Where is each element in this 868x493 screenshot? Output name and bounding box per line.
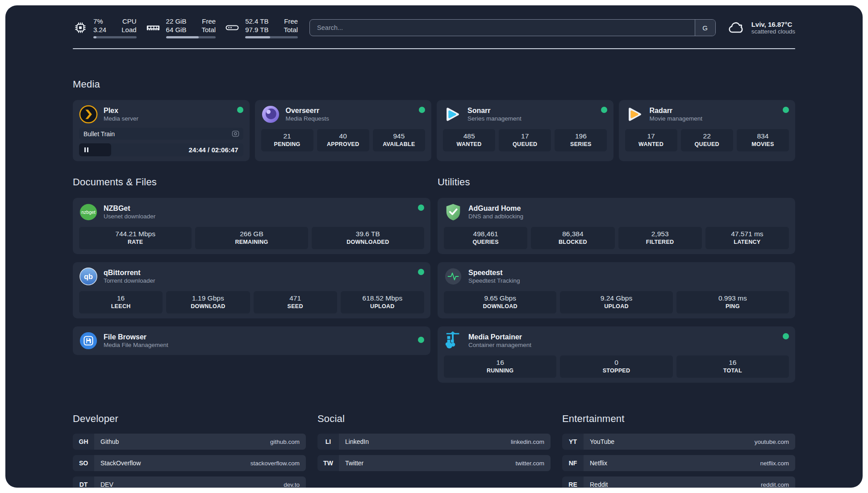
dashboard-app: 7% 3.24 CPU Load [5,5,863,488]
link-linkedin[interactable]: LI LinkedIn linkedin.com [317,434,551,450]
link-abbr: NF [562,455,584,471]
plex-card[interactable]: Plex Media server Bullet Train [73,100,250,161]
stat-pill: 498,461 QUERIES [444,227,527,249]
status-dot [418,269,424,275]
ram-free: 22 GiB [166,17,187,25]
ram-free-label: Free [201,17,216,25]
adguard-card[interactable]: AdGuard Home DNS and adblocking 498,461 … [438,198,795,254]
section-title-documents: Documents & Files [73,176,430,188]
stat-pill: 17 QUEUED [499,129,551,151]
radarr-icon [625,105,644,124]
cpu-icon [73,20,88,35]
overseerr-card[interactable]: Overseerr Media Requests 21 PENDING 40 A… [255,100,432,161]
app-desc: Movie management [650,115,703,123]
disk-progress-bar [245,36,298,38]
now-playing-title: Bullet Train [83,130,232,138]
stat-pill: 47.571 ms LATENCY [705,227,789,249]
app-desc: Speedtest Tracking [468,277,520,285]
ram-total-label: Total [201,25,216,34]
link-stackoverflow[interactable]: SO StackOverflow stackoverflow.com [73,455,306,471]
link-netflix[interactable]: NF Netflix netflix.com [562,455,795,471]
qbittorrent-icon: qb [79,267,98,286]
link-twitter[interactable]: TW Twitter twitter.com [317,455,551,471]
app-name: Sonarr [467,106,522,115]
disk-total: 97.9 TB [245,25,268,34]
app-desc: Media File Management [104,342,168,349]
stat-pill: 1.19 Gbps DOWNLOAD [166,291,250,313]
stat-pill: 39.6 TB DOWNLOADED [312,227,424,249]
nzbget-icon: nzbget [79,203,98,221]
status-dot [783,107,789,113]
link-youtube[interactable]: YT YouTube youtube.com [562,434,795,450]
speedtest-card[interactable]: Speedtest Speedtest Tracking 9.65 Gbps D… [438,262,795,318]
cpu-load-avg: 3.24 [93,25,106,34]
stat-pill: 0 STOPPED [560,355,672,378]
nzbget-card[interactable]: nzbget NZBGet Usenet downloader 74 [73,198,430,254]
app-name: Media Portainer [468,333,531,342]
stat-pill: 0.993 ms PING [676,291,789,313]
filebrowser-icon [79,331,98,350]
status-dot [418,337,424,343]
disk-total-label: Total [284,25,298,34]
app-name: Overseerr [286,106,330,115]
cpu-stat: 7% 3.24 CPU Load [73,17,137,38]
disk-stat: 52.4 TB 97.9 TB Free Total [225,17,298,38]
ram-stat: 22 GiB 64 GiB Free Total [146,17,216,38]
stat-pill: 2,953 FILTERED [618,227,702,249]
link-abbr: SO [73,455,94,471]
search-engine-button[interactable]: G [695,20,715,36]
link-abbr: DT [73,476,94,488]
app-name: Radarr [650,106,703,115]
app-name: AdGuard Home [468,204,523,213]
stat-pill: 196 SERIES [555,129,607,151]
ram-icon [146,20,161,35]
stat-pill: 22 QUEUED [681,129,733,151]
cpu-usage: 7% [93,17,106,25]
link-reddit[interactable]: RE Reddit reddit.com [562,476,795,488]
link-abbr: YT [562,434,584,450]
app-desc: Media server [104,115,138,123]
link-abbr: RE [562,476,584,488]
system-stats: 7% 3.24 CPU Load [73,17,298,38]
app-name: Speedtest [468,268,520,277]
search-bar: G [309,19,716,36]
ram-total: 64 GiB [166,25,187,34]
speedtest-icon [444,267,463,286]
app-name: Plex [104,106,138,115]
filebrowser-card[interactable]: File Browser Media File Management [73,326,430,355]
status-dot [418,205,424,211]
cpu-load-label: Load [121,25,136,34]
link-github[interactable]: GH Github github.com [73,434,306,450]
top-bar: 7% 3.24 CPU Load [73,5,795,38]
stat-pill: 945 AVAILABLE [373,129,425,151]
stat-pill: 9.65 Gbps DOWNLOAD [444,291,556,313]
stat-pill: 40 APPROVED [317,129,369,151]
link-abbr: LI [317,434,339,450]
weather-condition: scattered clouds [751,28,795,35]
sonarr-card[interactable]: Sonarr Series management 485 WANTED 17 Q… [437,100,613,161]
stat-pill: 21 PENDING [261,129,313,151]
app-name: NZBGet [104,204,155,213]
app-desc: Usenet downloader [104,213,155,221]
stat-pill: 86,384 BLOCKED [531,227,614,249]
svg-text:qb: qb [84,272,93,280]
app-name: qBittorrent [104,268,155,277]
portainer-icon [444,331,463,350]
status-dot [783,333,789,339]
link-dev[interactable]: DT DEV dev.to [73,476,306,488]
cloud-icon [727,20,746,36]
weather-location-temp: Lviv, 16.87°C [751,21,795,28]
stat-pill: 9.24 Gbps UPLOAD [560,291,672,313]
pause-icon[interactable] [84,147,88,152]
link-abbr: TW [317,455,339,471]
stat-pill: 16 TOTAL [676,355,789,378]
qbittorrent-card[interactable]: qb qBittorrent Torrent downloader [73,262,430,318]
app-desc: Media Requests [286,115,330,123]
portainer-card[interactable]: Media Portainer Container management 16 … [438,326,795,383]
app-desc: Container management [468,342,531,349]
stat-pill: 16 RUNNING [444,355,556,378]
stat-pill: 471 SEED [254,291,337,313]
app-name: File Browser [104,333,168,342]
search-input[interactable] [310,20,695,36]
radarr-card[interactable]: Radarr Movie management 17 WANTED 22 QUE… [619,100,796,161]
